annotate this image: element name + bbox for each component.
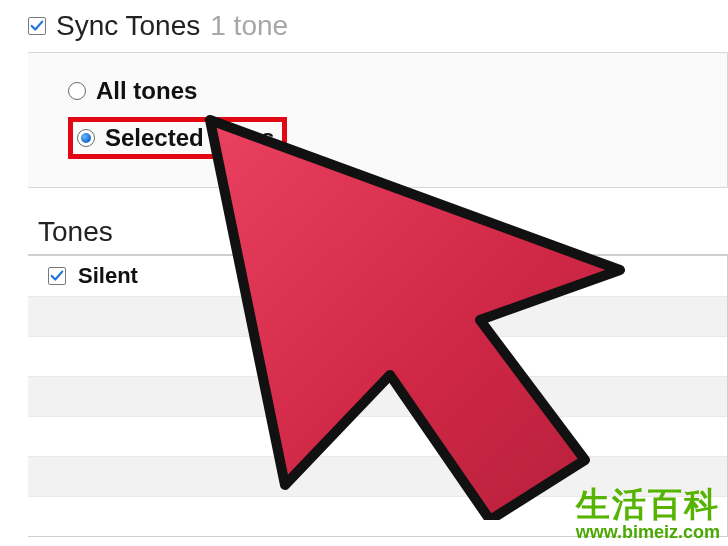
sync-tones-title: Sync Tones — [56, 10, 200, 42]
tone-row-silent[interactable]: Silent — [28, 256, 727, 296]
tones-list: Silent — [28, 255, 728, 537]
sync-tones-panel: Sync Tones 1 tone All tones Selected ton… — [0, 0, 728, 546]
sync-tones-count: 1 tone — [210, 10, 288, 42]
tones-section-title: Tones — [38, 216, 728, 248]
tone-row-empty — [28, 416, 727, 456]
sync-tones-checkbox[interactable] — [28, 17, 46, 35]
tone-row-empty — [28, 456, 727, 496]
tone-silent-checkbox[interactable] — [48, 267, 66, 285]
radio-selected-tones[interactable] — [77, 129, 95, 147]
tone-row-empty — [28, 496, 727, 536]
option-all-tones[interactable]: All tones — [68, 71, 727, 111]
tone-row-empty — [28, 376, 727, 416]
check-icon — [30, 19, 44, 33]
option-selected-tones[interactable]: Selected tones — [68, 111, 727, 165]
sync-tones-header: Sync Tones 1 tone — [28, 10, 728, 42]
tone-row-empty — [28, 336, 727, 376]
option-all-tones-label: All tones — [96, 77, 197, 105]
tone-row-label: Silent — [78, 263, 138, 289]
check-icon — [50, 269, 64, 283]
option-selected-tones-label: Selected tones — [105, 124, 274, 152]
tone-row-empty — [28, 296, 727, 336]
tone-scope-options: All tones Selected tones — [28, 52, 728, 188]
radio-all-tones[interactable] — [68, 82, 86, 100]
selected-tones-highlight: Selected tones — [68, 117, 287, 159]
